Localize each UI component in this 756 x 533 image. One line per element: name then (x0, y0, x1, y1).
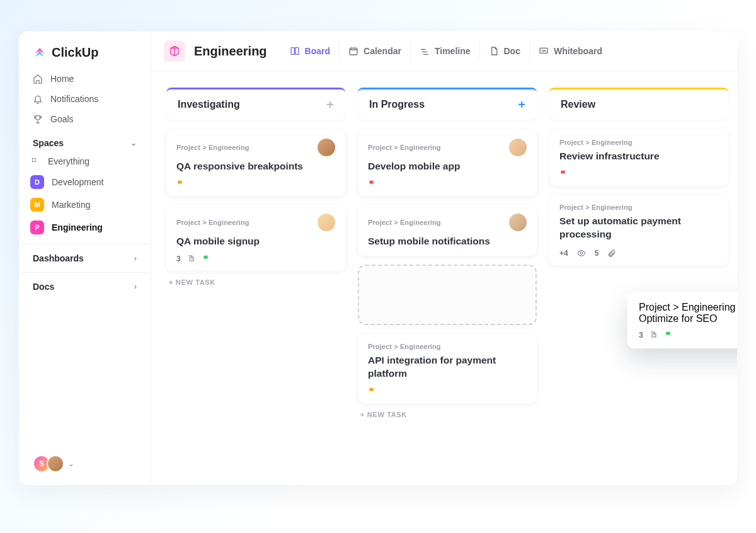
view-board[interactable]: Board (281, 41, 339, 61)
view-calendar[interactable]: Calendar (339, 41, 410, 61)
home-icon (33, 74, 43, 84)
task-card[interactable]: Project > Engineering Review infrastruct… (549, 130, 728, 186)
nav-label: Notifications (50, 94, 98, 104)
card-title: QA responsive breakpoints (176, 160, 335, 173)
card-breadcrumb: Project > Engineering (368, 144, 441, 151)
card-breadcrumb: Project > Engineering (559, 203, 633, 211)
flag-icon (176, 180, 185, 188)
space-engineering[interactable]: P Engineering (19, 216, 151, 239)
whiteboard-icon (539, 46, 549, 56)
svg-point-1 (35, 158, 35, 159)
space-color-chip: D (30, 175, 44, 189)
task-card[interactable]: Project > Engineering QA mobile signup3 (166, 205, 345, 271)
grid-icon (30, 156, 40, 166)
spaces-header[interactable]: Spaces ⌄ (19, 129, 151, 152)
flag-icon (202, 255, 211, 263)
add-card-button[interactable]: + (709, 98, 717, 111)
svg-rect-6 (350, 48, 357, 55)
flag-icon (368, 387, 377, 396)
card-title: QA mobile signup (176, 235, 335, 248)
workspace-title: Engineering (194, 44, 267, 59)
dragging-card[interactable]: Project > Engineering Optimize for SEO 3 (627, 292, 737, 348)
kanban-board: Investigating + Project > Engineering QA… (151, 71, 737, 485)
card-title: API integration for payment platform (368, 354, 527, 381)
bell-icon (33, 94, 43, 104)
space-development[interactable]: D Development (19, 171, 151, 193)
card-breadcrumb: Project > Engineering (176, 219, 249, 226)
subtask-count: 3 (176, 255, 181, 263)
card-breadcrumb: Project > Engineering (368, 219, 441, 226)
subtask-count: 3 (639, 331, 643, 340)
brand: ClickUp (19, 32, 151, 69)
dashboards-label: Dashboards (33, 253, 84, 263)
spaces-header-label: Spaces (33, 138, 64, 148)
assignee-avatar (318, 139, 335, 156)
chevron-down-icon: ⌄ (68, 459, 74, 468)
task-card[interactable]: Project > Engineering Setup mobile notif… (358, 205, 537, 256)
logo-icon (33, 46, 47, 60)
add-card-button[interactable]: + (518, 98, 525, 111)
column-header: Investigating + (166, 88, 345, 120)
sidebar-item-everything[interactable]: Everything (19, 152, 151, 171)
view-label: Calendar (364, 46, 401, 56)
timeline-icon (420, 46, 430, 56)
view-doc[interactable]: Doc (479, 41, 529, 61)
nav-home[interactable]: Home (24, 69, 146, 89)
nav-goals[interactable]: Goals (24, 109, 146, 129)
task-card[interactable]: Project > Engineering Set up automatic p… (549, 195, 728, 265)
svg-point-3 (35, 161, 35, 161)
chevron-right-icon: › (134, 254, 137, 263)
board-column: In Progress + Project > Engineering Deve… (358, 88, 537, 485)
svg-rect-4 (291, 48, 294, 55)
column-header: In Progress + (358, 88, 537, 120)
card-breadcrumb: Project > Engineering (559, 139, 633, 146)
chevron-down-icon: ⌄ (130, 139, 137, 147)
column-title: Review (561, 99, 595, 110)
drop-target[interactable] (358, 265, 537, 325)
view-whiteboard[interactable]: Whiteboard (529, 41, 611, 61)
space-label: Development (52, 177, 104, 187)
space-color-chip: P (30, 221, 44, 234)
doc-icon (489, 46, 499, 56)
task-card[interactable]: Project > Engineering QA responsive brea… (166, 130, 345, 196)
svg-point-0 (32, 158, 33, 159)
watchers-extra: +4 (559, 249, 568, 258)
sidebar: ClickUp Home Notifications Goals Spaces … (19, 32, 151, 485)
space-marketing[interactable]: M Marketing (19, 193, 151, 216)
flag-icon (559, 169, 568, 178)
view-label: Doc (504, 46, 520, 56)
docs-label: Docs (33, 282, 54, 292)
calendar-icon (348, 46, 358, 56)
user-switcher[interactable]: S ⌄ (19, 442, 151, 485)
new-task-button[interactable]: + NEW TASK (358, 403, 537, 426)
sidebar-dashboards[interactable]: Dashboards › (19, 244, 151, 272)
card-title: Optimize for SEO (639, 313, 737, 324)
nav-notifications[interactable]: Notifications (24, 89, 146, 109)
task-card[interactable]: Project > Engineering API integration fo… (358, 334, 537, 403)
add-card-button[interactable]: + (326, 98, 334, 111)
svg-rect-5 (295, 48, 298, 55)
attachment-icon (607, 249, 616, 258)
space-label: Engineering (52, 222, 103, 232)
sidebar-docs[interactable]: Docs › (19, 272, 151, 301)
view-label: Whiteboard (554, 46, 602, 56)
main-area: Engineering BoardCalendarTimelineDocWhit… (151, 32, 737, 485)
subtask-icon (650, 331, 658, 340)
task-card[interactable]: Project > Engineering Develop mobile app (358, 130, 537, 196)
board-column: Investigating + Project > Engineering QA… (166, 88, 345, 485)
view-timeline[interactable]: Timeline (410, 41, 479, 61)
space-color-chip: M (30, 198, 44, 212)
board-icon (290, 46, 300, 56)
new-task-button[interactable]: + NEW TASK (166, 271, 345, 294)
view-label: Timeline (435, 46, 471, 56)
workspace-icon (164, 40, 185, 62)
card-breadcrumb: Project > Engineering (639, 302, 735, 312)
card-title: Develop mobile app (368, 160, 527, 173)
column-header: Review + (549, 88, 728, 120)
assignee-avatar (509, 214, 527, 231)
card-list: Project > Engineering QA responsive brea… (166, 130, 345, 271)
space-label: Marketing (52, 200, 90, 210)
brand-name: ClickUp (52, 45, 98, 60)
watchers-icon (577, 249, 586, 258)
view-label: Board (305, 46, 330, 56)
